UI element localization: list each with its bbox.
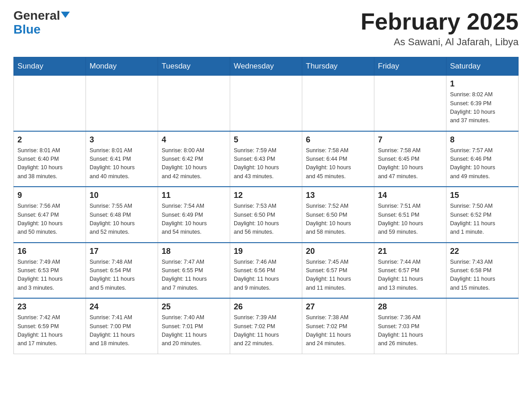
day-info: Sunrise: 7:57 AM Sunset: 6:46 PM Dayligh… bbox=[450, 146, 515, 181]
day-info: Sunrise: 7:53 AM Sunset: 6:50 PM Dayligh… bbox=[234, 202, 298, 237]
day-number: 1 bbox=[450, 79, 515, 89]
day-info: Sunrise: 7:50 AM Sunset: 6:52 PM Dayligh… bbox=[450, 202, 515, 237]
day-number: 3 bbox=[90, 135, 154, 145]
day-info: Sunrise: 7:54 AM Sunset: 6:49 PM Dayligh… bbox=[162, 202, 226, 237]
day-number: 14 bbox=[378, 191, 442, 200]
month-title: February 2025 bbox=[360, 9, 519, 34]
calendar-week-row: 2Sunrise: 8:01 AM Sunset: 6:40 PM Daylig… bbox=[14, 131, 519, 187]
day-number: 21 bbox=[378, 247, 442, 256]
day-number: 15 bbox=[450, 191, 515, 200]
day-number: 23 bbox=[17, 302, 82, 312]
title-block: February 2025 As Sawani, Al Jafarah, Lib… bbox=[360, 9, 519, 48]
calendar-day-cell: 5Sunrise: 7:59 AM Sunset: 6:43 PM Daylig… bbox=[230, 131, 302, 187]
day-of-week-header: Saturday bbox=[446, 57, 519, 76]
day-of-week-header: Sunday bbox=[14, 57, 86, 76]
day-info: Sunrise: 7:46 AM Sunset: 6:56 PM Dayligh… bbox=[234, 258, 298, 293]
location-title: As Sawani, Al Jafarah, Libya bbox=[360, 36, 519, 48]
calendar-day-cell: 27Sunrise: 7:38 AM Sunset: 7:02 PM Dayli… bbox=[302, 298, 374, 354]
day-info: Sunrise: 7:49 AM Sunset: 6:53 PM Dayligh… bbox=[17, 258, 82, 293]
day-info: Sunrise: 7:58 AM Sunset: 6:45 PM Dayligh… bbox=[378, 146, 442, 181]
day-info: Sunrise: 7:42 AM Sunset: 6:59 PM Dayligh… bbox=[17, 313, 82, 348]
calendar-day-cell: 14Sunrise: 7:51 AM Sunset: 6:51 PM Dayli… bbox=[374, 187, 446, 243]
day-info: Sunrise: 8:01 AM Sunset: 6:40 PM Dayligh… bbox=[17, 146, 82, 181]
calendar-day-cell: 9Sunrise: 7:56 AM Sunset: 6:47 PM Daylig… bbox=[14, 187, 86, 243]
day-number: 4 bbox=[162, 135, 226, 145]
calendar-day-cell: 10Sunrise: 7:55 AM Sunset: 6:48 PM Dayli… bbox=[86, 187, 158, 243]
day-number: 22 bbox=[450, 247, 515, 256]
day-info: Sunrise: 7:52 AM Sunset: 6:50 PM Dayligh… bbox=[306, 202, 370, 237]
day-of-week-header: Monday bbox=[86, 57, 158, 76]
calendar-day-cell: 23Sunrise: 7:42 AM Sunset: 6:59 PM Dayli… bbox=[14, 298, 86, 354]
calendar-week-row: 9Sunrise: 7:56 AM Sunset: 6:47 PM Daylig… bbox=[14, 187, 519, 243]
logo: General Blue bbox=[13, 9, 70, 37]
calendar-week-row: 16Sunrise: 7:49 AM Sunset: 6:53 PM Dayli… bbox=[14, 243, 519, 299]
day-number: 11 bbox=[162, 191, 226, 200]
calendar-day-cell: 3Sunrise: 8:01 AM Sunset: 6:41 PM Daylig… bbox=[86, 131, 158, 187]
calendar-day-cell: 18Sunrise: 7:47 AM Sunset: 6:55 PM Dayli… bbox=[158, 243, 230, 299]
day-number: 13 bbox=[306, 191, 370, 200]
calendar-day-cell: 21Sunrise: 7:44 AM Sunset: 6:57 PM Dayli… bbox=[374, 243, 446, 299]
day-number: 17 bbox=[90, 247, 154, 256]
day-info: Sunrise: 7:41 AM Sunset: 7:00 PM Dayligh… bbox=[90, 313, 154, 348]
day-of-week-header: Wednesday bbox=[230, 57, 302, 76]
calendar-day-cell: 15Sunrise: 7:50 AM Sunset: 6:52 PM Dayli… bbox=[446, 187, 519, 243]
day-info: Sunrise: 7:51 AM Sunset: 6:51 PM Dayligh… bbox=[378, 202, 442, 237]
calendar-day-cell bbox=[86, 76, 158, 131]
calendar-day-cell: 8Sunrise: 7:57 AM Sunset: 6:46 PM Daylig… bbox=[446, 131, 519, 187]
day-info: Sunrise: 7:47 AM Sunset: 6:55 PM Dayligh… bbox=[162, 258, 226, 293]
calendar-day-cell: 12Sunrise: 7:53 AM Sunset: 6:50 PM Dayli… bbox=[230, 187, 302, 243]
day-number: 27 bbox=[306, 302, 370, 312]
day-info: Sunrise: 7:36 AM Sunset: 7:03 PM Dayligh… bbox=[378, 313, 442, 348]
day-of-week-header: Thursday bbox=[302, 57, 374, 76]
calendar-day-cell: 13Sunrise: 7:52 AM Sunset: 6:50 PM Dayli… bbox=[302, 187, 374, 243]
day-info: Sunrise: 7:58 AM Sunset: 6:44 PM Dayligh… bbox=[306, 146, 370, 181]
day-number: 20 bbox=[306, 247, 370, 256]
calendar-day-cell bbox=[302, 76, 374, 131]
logo-blue-text: Blue bbox=[13, 22, 41, 36]
calendar-week-row: 23Sunrise: 7:42 AM Sunset: 6:59 PM Dayli… bbox=[14, 298, 519, 354]
day-info: Sunrise: 7:45 AM Sunset: 6:57 PM Dayligh… bbox=[306, 258, 370, 293]
day-number: 12 bbox=[234, 191, 298, 200]
day-number: 7 bbox=[378, 135, 442, 145]
calendar-day-cell bbox=[446, 298, 519, 354]
day-info: Sunrise: 8:00 AM Sunset: 6:42 PM Dayligh… bbox=[162, 146, 226, 181]
day-of-week-header: Tuesday bbox=[158, 57, 230, 76]
day-info: Sunrise: 7:43 AM Sunset: 6:58 PM Dayligh… bbox=[450, 258, 515, 293]
logo-general-line: General bbox=[13, 9, 70, 23]
calendar-day-cell: 1Sunrise: 8:02 AM Sunset: 6:39 PM Daylig… bbox=[446, 76, 519, 131]
day-info: Sunrise: 7:48 AM Sunset: 6:54 PM Dayligh… bbox=[90, 258, 154, 293]
day-number: 19 bbox=[234, 247, 298, 256]
calendar-week-row: 1Sunrise: 8:02 AM Sunset: 6:39 PM Daylig… bbox=[14, 76, 519, 131]
calendar-day-cell: 26Sunrise: 7:39 AM Sunset: 7:02 PM Dayli… bbox=[230, 298, 302, 354]
calendar-day-cell: 28Sunrise: 7:36 AM Sunset: 7:03 PM Dayli… bbox=[374, 298, 446, 354]
day-info: Sunrise: 7:59 AM Sunset: 6:43 PM Dayligh… bbox=[234, 146, 298, 181]
calendar-day-cell: 24Sunrise: 7:41 AM Sunset: 7:00 PM Dayli… bbox=[86, 298, 158, 354]
calendar-day-cell bbox=[14, 76, 86, 131]
calendar-day-cell: 25Sunrise: 7:40 AM Sunset: 7:01 PM Dayli… bbox=[158, 298, 230, 354]
day-of-week-header: Friday bbox=[374, 57, 446, 76]
day-number: 6 bbox=[306, 135, 370, 145]
day-number: 26 bbox=[234, 302, 298, 312]
day-number: 18 bbox=[162, 247, 226, 256]
logo-triangle-icon bbox=[61, 12, 70, 18]
calendar-day-cell: 17Sunrise: 7:48 AM Sunset: 6:54 PM Dayli… bbox=[86, 243, 158, 299]
day-number: 9 bbox=[17, 191, 82, 200]
day-number: 10 bbox=[90, 191, 154, 200]
calendar-day-cell: 6Sunrise: 7:58 AM Sunset: 6:44 PM Daylig… bbox=[302, 131, 374, 187]
calendar-day-cell: 4Sunrise: 8:00 AM Sunset: 6:42 PM Daylig… bbox=[158, 131, 230, 187]
calendar-day-cell: 11Sunrise: 7:54 AM Sunset: 6:49 PM Dayli… bbox=[158, 187, 230, 243]
day-info: Sunrise: 8:01 AM Sunset: 6:41 PM Dayligh… bbox=[90, 146, 154, 181]
day-info: Sunrise: 7:39 AM Sunset: 7:02 PM Dayligh… bbox=[234, 313, 298, 348]
day-info: Sunrise: 7:55 AM Sunset: 6:48 PM Dayligh… bbox=[90, 202, 154, 237]
calendar-day-cell bbox=[374, 76, 446, 131]
day-number: 2 bbox=[17, 135, 82, 145]
day-info: Sunrise: 7:40 AM Sunset: 7:01 PM Dayligh… bbox=[162, 313, 226, 348]
calendar-table: SundayMondayTuesdayWednesdayThursdayFrid… bbox=[13, 57, 519, 354]
day-info: Sunrise: 7:38 AM Sunset: 7:02 PM Dayligh… bbox=[306, 313, 370, 348]
day-info: Sunrise: 8:02 AM Sunset: 6:39 PM Dayligh… bbox=[450, 90, 515, 125]
calendar-day-cell: 16Sunrise: 7:49 AM Sunset: 6:53 PM Dayli… bbox=[14, 243, 86, 299]
day-number: 16 bbox=[17, 247, 82, 256]
calendar-day-cell bbox=[158, 76, 230, 131]
day-info: Sunrise: 7:44 AM Sunset: 6:57 PM Dayligh… bbox=[378, 258, 442, 293]
calendar-day-cell: 22Sunrise: 7:43 AM Sunset: 6:58 PM Dayli… bbox=[446, 243, 519, 299]
